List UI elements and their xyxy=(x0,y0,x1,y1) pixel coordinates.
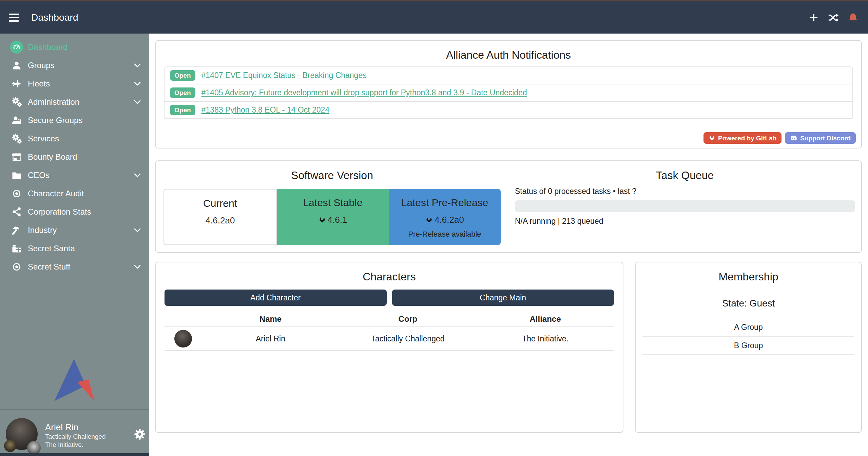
version-prerelease-cell: Latest Pre-Release 4.6.2a0 Pre-Release a… xyxy=(389,189,501,245)
version-value: 4.6.1 xyxy=(328,215,347,225)
main-content: Alliance Auth Notifications Open #1407 E… xyxy=(149,34,868,456)
powered-by-gitlab-badge[interactable]: Powered by GitLab xyxy=(703,132,782,144)
task-queue-section: Task Queue Status of 0 processed tasks •… xyxy=(508,161,861,252)
user-alliance: The Initiative. xyxy=(45,441,83,449)
sidebar-item-industry[interactable]: Industry xyxy=(0,221,149,239)
task-queue-status: Status of 0 processed tasks • last ? xyxy=(515,187,636,196)
user-name: Ariel Rin xyxy=(45,422,78,433)
discord-icon xyxy=(790,135,797,141)
top-navbar: Dashboard xyxy=(0,0,868,34)
user-lock-icon xyxy=(9,115,24,125)
sidebar-item-administration[interactable]: Administration xyxy=(0,93,149,111)
column-header: Alliance xyxy=(477,314,614,324)
group-list-item: A Group xyxy=(642,318,854,337)
notifications-list: Open #1407 EVE Equinox Status - Breaking… xyxy=(164,66,853,119)
sidebar-item-dashboard[interactable]: Dashboard xyxy=(0,38,149,56)
notification-item: Open #1383 Python 3.8 EOL - 14 Oct 2024 xyxy=(164,101,853,119)
notification-item: Open #1405 Advisory: Future development … xyxy=(164,84,853,102)
corp-logo-badge xyxy=(4,440,16,452)
version-value: 4.6.2a0 xyxy=(206,215,235,226)
gitlab-icon xyxy=(319,216,326,224)
chevron-down-icon xyxy=(134,263,141,271)
notifications-panel: Alliance Auth Notifications Open #1407 E… xyxy=(155,40,862,148)
sidebar-item-secret-santa[interactable]: Secret Santa xyxy=(0,239,149,258)
sidebar-item-character-audit[interactable]: Character Audit xyxy=(0,184,149,203)
user-panel: Ariel Rin Tactically Challenged The Init… xyxy=(0,410,149,453)
sidebar-item-label: Secret Stuff xyxy=(28,262,134,272)
discord-badge-label: Support Discord xyxy=(800,135,851,141)
share-icon xyxy=(9,207,24,217)
sidebar: Dashboard Groups Fleets xyxy=(0,34,149,456)
change-main-button[interactable]: Change Main xyxy=(392,290,614,306)
sidebar-item-bounty-board[interactable]: Bounty Board xyxy=(0,148,149,166)
alliance-auth-logo xyxy=(53,358,96,402)
add-character-button[interactable]: Add Character xyxy=(165,290,387,306)
status-badge: Open xyxy=(170,87,195,98)
notifications-bell-icon[interactable] xyxy=(848,12,859,23)
version-value: 4.6.2a0 xyxy=(435,215,464,225)
task-queue-title: Task Queue xyxy=(508,161,861,182)
character-alliance-cell: The Initiative. xyxy=(477,334,614,343)
membership-title: Membership xyxy=(636,262,861,283)
store-icon xyxy=(9,152,24,162)
eye-icon xyxy=(9,189,24,199)
software-version-title: Software Version xyxy=(156,161,508,182)
gitlab-icon xyxy=(709,135,715,141)
chevron-down-icon xyxy=(134,98,141,106)
version-stable-cell: Latest Stable 4.6.1 xyxy=(277,189,389,245)
eye-icon xyxy=(9,262,24,272)
hammer-icon xyxy=(9,225,24,235)
gifts-icon xyxy=(9,243,24,254)
membership-state: State: Guest xyxy=(636,298,861,309)
sidebar-item-groups[interactable]: Groups xyxy=(0,56,149,75)
add-icon[interactable] xyxy=(808,12,819,23)
sidebar-item-label: Secret Santa xyxy=(28,244,149,253)
task-queue-progress-bar xyxy=(515,200,855,212)
sidebar-item-secure-groups[interactable]: Secure Groups xyxy=(0,111,149,130)
sidebar-item-services[interactable]: Services xyxy=(0,130,149,148)
sidebar-item-corporation-stats[interactable]: Corporation Stats xyxy=(0,203,149,221)
membership-panel: Membership State: Guest A Group B Group xyxy=(635,262,862,433)
settings-gear-icon[interactable] xyxy=(134,429,145,440)
version-label: Latest Pre-Release xyxy=(389,197,501,209)
page-title: Dashboard xyxy=(31,12,78,23)
sidebar-item-ceos[interactable]: CEOs xyxy=(0,166,149,184)
chevron-down-icon xyxy=(134,172,141,179)
gears-icon xyxy=(9,97,24,107)
notification-link[interactable]: #1383 Python 3.8 EOL - 14 Oct 2024 xyxy=(201,105,330,115)
gears-icon xyxy=(9,134,24,144)
group-list-item: B Group xyxy=(642,337,854,355)
version-note: Pre-Release available xyxy=(389,230,501,239)
characters-panel: Characters Add Character Change Main Nam… xyxy=(155,262,623,433)
notification-item: Open #1407 EVE Equinox Status - Breaking… xyxy=(164,66,853,84)
user-corp: Tactically Challenged xyxy=(45,433,106,440)
sidebar-item-label: CEOs xyxy=(28,171,134,180)
character-name-cell: Ariel Rin xyxy=(202,334,339,343)
character-corp-cell: Tactically Challenged xyxy=(339,334,477,343)
user-icon xyxy=(9,60,24,71)
sidebar-item-label: Corporation Stats xyxy=(28,207,149,217)
sidebar-item-secret-stuff[interactable]: Secret Stuff xyxy=(0,258,149,276)
notification-link[interactable]: #1405 Advisory: Future development will … xyxy=(201,88,527,97)
sidebar-item-label: Services xyxy=(28,134,149,143)
sidebar-item-label: Administration xyxy=(28,97,134,107)
sidebar-item-fleets[interactable]: Fleets xyxy=(0,75,149,93)
gitlab-icon xyxy=(425,216,433,224)
characters-title: Characters xyxy=(156,262,623,283)
shuffle-icon[interactable] xyxy=(828,12,839,23)
sidebar-item-label: Industry xyxy=(28,225,134,235)
table-row: Ariel Rin Tactically Challenged The Init… xyxy=(165,327,614,351)
sidebar-item-label: Dashboard xyxy=(28,42,149,52)
sidebar-bottom-strip xyxy=(0,453,149,456)
support-discord-badge[interactable]: Support Discord xyxy=(785,132,856,144)
software-version-task-queue-panel: Software Version Current 4.6.2a0 Latest … xyxy=(155,160,862,253)
hamburger-menu-icon[interactable] xyxy=(9,12,20,24)
table-header-row: Name Corp Alliance xyxy=(165,312,614,327)
chevron-down-icon xyxy=(134,80,141,87)
membership-groups-list: A Group B Group xyxy=(642,318,854,355)
version-label: Current xyxy=(164,198,276,209)
sidebar-item-label: Bounty Board xyxy=(28,152,149,162)
sidebar-item-label: Character Audit xyxy=(28,189,149,198)
column-header: Corp xyxy=(339,314,477,324)
notification-link[interactable]: #1407 EVE Equinox Status - Breaking Chan… xyxy=(201,71,367,80)
